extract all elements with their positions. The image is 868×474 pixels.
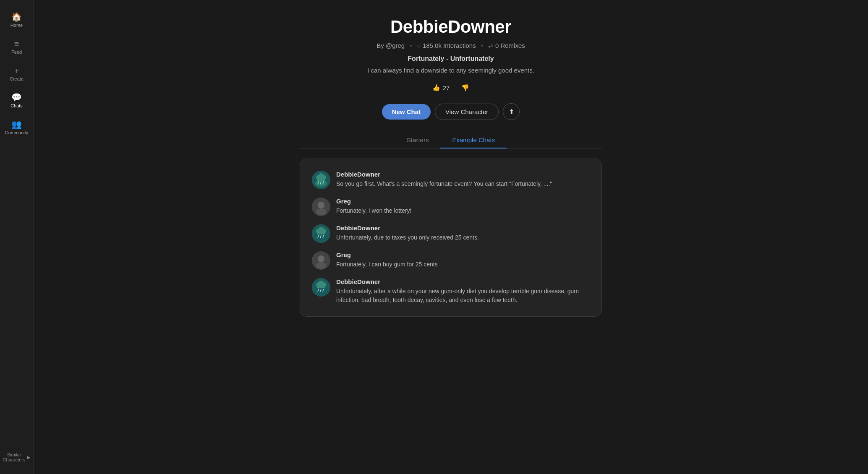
avatar-debbie-1 [312, 171, 330, 189]
feed-icon: ≡ [14, 39, 19, 48]
character-avatar-svg-3 [312, 278, 330, 297]
message-content-5: DebbieDowner Unfortunately, after a whil… [336, 278, 590, 305]
sidebar-label-create: Create [10, 76, 24, 81]
view-character-button[interactable]: View Character [435, 104, 499, 120]
message-sender-3: DebbieDowner [336, 224, 479, 232]
character-meta: By @greg • ○ 185.0k Interactions • ⇄ 0 R… [376, 42, 525, 49]
community-icon: 👥 [11, 120, 22, 128]
sidebar-item-chats[interactable]: 💬 Chats [2, 89, 31, 112]
sidebar-label-home: Home [10, 23, 23, 28]
home-icon: 🏠 [11, 13, 22, 21]
share-icon: ⬆ [509, 108, 514, 116]
user-avatar-svg-1 [312, 198, 330, 216]
chat-message-4: Greg Fortunately, I can buy gum for 25 c… [312, 251, 590, 270]
avatar-greg-1 [312, 198, 330, 216]
tabs-row: Starters Example Chats [300, 132, 602, 148]
sidebar-item-create[interactable]: ＋ Create [2, 62, 31, 86]
new-chat-button[interactable]: New Chat [382, 104, 431, 120]
thumbs-up-icon: 👍 [432, 84, 440, 91]
chat-message-5: DebbieDowner Unfortunately, after a whil… [312, 278, 590, 305]
user-avatar-svg-2 [312, 251, 330, 270]
character-author: By @greg [376, 42, 405, 49]
similar-characters-arrow: ▶ [27, 455, 30, 460]
message-sender-1: DebbieDowner [336, 171, 552, 178]
dislike-button[interactable]: 👎 [458, 82, 473, 93]
sidebar-label-feed: Feed [11, 49, 22, 55]
like-button[interactable]: 👍 27 [429, 82, 453, 93]
avatar-greg-2 [312, 251, 330, 270]
avatar-debbie-3 [312, 278, 330, 297]
character-tagline: Fortunately - Unfortunately [408, 55, 494, 63]
thumbs-down-icon: 👎 [461, 84, 469, 91]
character-title: DebbieDowner [390, 17, 511, 37]
svg-point-12 [316, 208, 326, 215]
chats-icon: 💬 [11, 93, 22, 102]
main-content: DebbieDowner By @greg • ○ 185.0k Interac… [34, 0, 868, 474]
chat-message-1: DebbieDowner So you go first. What's a s… [312, 171, 590, 189]
rating-row: 👍 27 👎 [429, 82, 473, 93]
message-text-2: Fortunately, I won the lottery! [336, 206, 412, 215]
message-content-1: DebbieDowner So you go first. What's a s… [336, 171, 552, 188]
chat-message-3: DebbieDowner Unfortunately, due to taxes… [312, 224, 590, 243]
sidebar: 🏠 Home ≡ Feed ＋ Create 💬 Chats 👥 Communi… [0, 0, 34, 474]
tab-example-chats[interactable]: Example Chats [440, 132, 507, 148]
sidebar-item-community[interactable]: 👥 Community [2, 116, 31, 139]
svg-rect-28 [317, 286, 325, 288]
sidebar-label-community: Community [5, 130, 29, 135]
interactions-count: ○ 185.0k Interactions [417, 42, 476, 49]
avatar-debbie-2 [312, 224, 330, 243]
svg-rect-6 [317, 178, 325, 181]
message-text-4: Fortunately, I can buy gum for 25 cents [336, 260, 438, 269]
similar-characters-label[interactable]: Similar Characters ▶ [0, 449, 34, 466]
example-chat-box: DebbieDowner So you go first. What's a s… [300, 159, 602, 317]
sidebar-item-home[interactable]: 🏠 Home [2, 8, 31, 32]
character-avatar-svg-1 [312, 171, 330, 189]
svg-point-11 [318, 202, 324, 208]
tab-starters[interactable]: Starters [395, 132, 441, 148]
svg-point-2 [315, 180, 327, 187]
message-text-3: Unfortunately, due to taxes you only rec… [336, 233, 479, 242]
message-text-5: Unfortunately, after a while on your new… [336, 287, 590, 305]
message-text-1: So you go first. What's a seemingly fort… [336, 180, 552, 188]
share-button[interactable]: ⬆ [503, 103, 520, 120]
sidebar-bottom: Similar Characters ▶ [0, 449, 33, 466]
similar-characters-text: Similar Characters [3, 452, 26, 462]
character-description: I can always find a downside to any seem… [367, 67, 534, 74]
remixes-count: ⇄ 0 Remixes [488, 42, 525, 49]
message-sender-4: Greg [336, 251, 438, 258]
remix-icon: ⇄ [488, 42, 493, 49]
svg-point-23 [316, 262, 326, 269]
like-count: 27 [443, 84, 450, 91]
svg-rect-17 [317, 232, 325, 234]
message-sender-2: Greg [336, 198, 412, 205]
chat-message-2: Greg Fortunately, I won the lottery! [312, 198, 590, 216]
message-content-2: Greg Fortunately, I won the lottery! [336, 198, 412, 215]
message-sender-5: DebbieDowner [336, 278, 590, 285]
character-avatar-svg-2 [312, 224, 330, 243]
sidebar-label-chats: Chats [10, 103, 23, 108]
svg-point-22 [318, 255, 324, 262]
sidebar-item-feed[interactable]: ≡ Feed [2, 35, 31, 59]
create-icon: ＋ [13, 66, 21, 75]
message-content-4: Greg Fortunately, I can buy gum for 25 c… [336, 251, 438, 269]
action-row: New Chat View Character ⬆ [382, 103, 520, 120]
message-content-3: DebbieDowner Unfortunately, due to taxes… [336, 224, 479, 242]
chat-bubble-icon: ○ [417, 42, 420, 49]
